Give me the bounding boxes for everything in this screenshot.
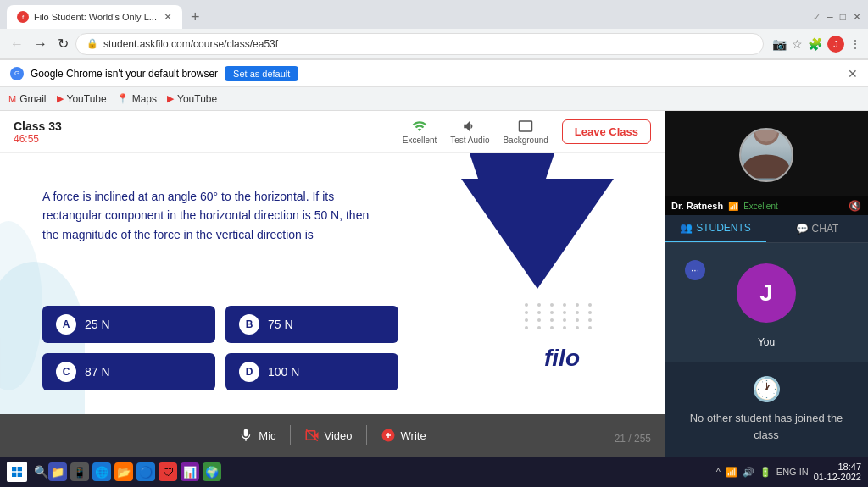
- option-c-button[interactable]: C 87 N: [42, 353, 215, 390]
- question-text: A force is inclined at an angle 60° to t…: [42, 187, 381, 244]
- address-bar[interactable]: 🔒 student.askfilo.com/course/class/ea53f: [75, 33, 764, 55]
- option-c-value: 87 N: [85, 365, 110, 379]
- taskbar-arrow-icon: ^: [716, 467, 721, 477]
- background-control[interactable]: Background: [503, 119, 548, 145]
- class-timer: 46:55: [14, 133, 403, 145]
- whiteboard: A force is inclined at an angle 60° to t…: [0, 153, 665, 414]
- taskbar-icons: 📁 📱 🌐 📂 🔵 🛡 📊 🌍: [48, 462, 221, 481]
- no-student-message: No other student has joined the class: [678, 410, 854, 443]
- maximize-button[interactable]: □: [840, 11, 846, 23]
- forward-button[interactable]: →: [31, 35, 51, 53]
- option-b-button[interactable]: B 75 N: [225, 306, 398, 343]
- mute-icon: 🔇: [849, 200, 861, 212]
- teacher-info-bar: Dr. Ratnesh 📶 Excellent 🔇: [665, 196, 868, 215]
- leave-class-button[interactable]: Leave Class: [562, 119, 651, 144]
- close-window-button[interactable]: ✕: [853, 11, 861, 23]
- option-d-button[interactable]: D 100 N: [225, 353, 398, 390]
- signal-excellent-text: Excellent: [743, 202, 778, 211]
- students-tab-icon: 👥: [680, 222, 693, 234]
- new-tab-button[interactable]: +: [186, 8, 205, 26]
- set-as-default-button[interactable]: Set as default: [225, 66, 298, 81]
- students-content: ··· J You 🕐 No other student has joined …: [665, 243, 868, 457]
- right-panel: Dr. Ratnesh 📶 Excellent 🔇 👥 STUDENTS 💬 C…: [665, 111, 868, 457]
- option-d-label: D: [239, 362, 259, 382]
- question-area: A force is inclined at an angle 60° to t…: [42, 187, 648, 244]
- screen-cast-icon[interactable]: 📷: [772, 36, 787, 53]
- chrome-logo: G: [10, 67, 24, 80]
- excellent-control: Excellent: [403, 119, 437, 145]
- gmail-icon: M: [8, 94, 16, 104]
- teacher-avatar: [739, 128, 793, 182]
- active-tab[interactable]: f Filo Student: World's Only L... ✕: [7, 5, 182, 29]
- nav-bar: ← → ↻ 🔒 student.askfilo.com/course/class…: [0, 29, 868, 59]
- close-notification-button[interactable]: ✕: [848, 67, 858, 80]
- minimize-button[interactable]: –: [827, 11, 833, 23]
- bookmark-youtube-2[interactable]: ▶ YouTube: [167, 93, 217, 105]
- audio-label: Test Audio: [450, 136, 489, 145]
- tab-bar: f Filo Student: World's Only L... ✕ + ✓ …: [0, 0, 868, 29]
- students-tab[interactable]: 👥 STUDENTS: [665, 215, 766, 242]
- mic-icon: [238, 428, 253, 443]
- write-icon: [381, 428, 396, 443]
- content-and-toolbar: A force is inclined at an angle 60° to t…: [0, 153, 665, 457]
- taskbar: 🔍 📁 📱 🌐 📂 🔵 🛡 📊 🌍 ^ 📶 🔊 🔋 ENG IN 18:47 0…: [0, 457, 868, 487]
- nav-icons: 📷 ☆ 🧩 J ⋮: [772, 36, 861, 53]
- mic-label: Mic: [259, 429, 275, 442]
- student-card-inner: ··· J: [678, 257, 854, 329]
- panel-tabs: 👥 STUDENTS 💬 CHAT: [665, 215, 868, 243]
- background-label: Background: [503, 136, 548, 145]
- write-label: Write: [401, 429, 426, 442]
- student-initial: J: [760, 279, 773, 307]
- extensions-icon[interactable]: 🧩: [808, 36, 822, 53]
- refresh-button[interactable]: ↻: [54, 34, 72, 53]
- maps-icon: 📍: [117, 93, 129, 104]
- tab-close-button[interactable]: ✕: [164, 11, 172, 23]
- taskbar-right: ^ 📶 🔊 🔋 ENG IN 18:47 01-12-2022: [716, 462, 861, 482]
- bookmark-youtube-1[interactable]: ▶ YouTube: [57, 93, 107, 105]
- bottom-toolbar: Mic Video Write: [0, 414, 665, 457]
- no-student-area: 🕐 No other student has joined the class: [665, 362, 868, 457]
- mic-button[interactable]: Mic: [225, 423, 289, 448]
- taskbar-icon-7[interactable]: 📊: [181, 462, 199, 481]
- taskbar-icon-1[interactable]: 📁: [48, 462, 67, 481]
- taskbar-icon-6[interactable]: 🛡: [159, 462, 177, 481]
- chat-tab-icon: 💬: [796, 223, 809, 235]
- taskbar-icon-8[interactable]: 🌍: [203, 462, 221, 481]
- taskbar-icon-4[interactable]: 📂: [114, 462, 133, 481]
- bookmark-icon[interactable]: ☆: [792, 36, 803, 53]
- bookmark-maps[interactable]: 📍 Maps: [117, 93, 157, 105]
- bookmark-youtube-1-label: YouTube: [67, 93, 107, 105]
- bookmark-maps-label: Maps: [132, 93, 157, 105]
- option-b-value: 75 N: [268, 318, 293, 331]
- start-button[interactable]: [7, 462, 27, 482]
- taskbar-datetime: 18:47 01-12-2022: [814, 462, 861, 482]
- audio-icon: [462, 119, 477, 134]
- url-text: student.askfilo.com/course/class/ea53f: [103, 38, 278, 50]
- write-button[interactable]: Write: [367, 423, 440, 448]
- bookmark-gmail[interactable]: M Gmail: [8, 93, 47, 105]
- option-a-button[interactable]: A 25 N: [42, 306, 215, 343]
- taskbar-icon-2[interactable]: 📱: [70, 462, 89, 481]
- audio-control[interactable]: Test Audio: [450, 119, 489, 145]
- youtube-icon-1: ▶: [57, 93, 64, 104]
- class-title: Class 33: [14, 119, 403, 133]
- chat-tab[interactable]: 💬 CHAT: [766, 215, 868, 242]
- back-button[interactable]: ←: [7, 35, 27, 53]
- search-button[interactable]: 🔍: [34, 465, 48, 479]
- video-button[interactable]: Video: [291, 423, 366, 448]
- teacher-name: Dr. Ratnesh: [671, 201, 723, 211]
- profile-icon[interactable]: J: [827, 36, 844, 53]
- taskbar-icon-3[interactable]: 🌐: [92, 462, 111, 481]
- students-tab-label: STUDENTS: [696, 222, 751, 234]
- class-container: Class 33 46:55 Excellent Test Audio Back…: [0, 111, 665, 457]
- options-area: A 25 N B 75 N C 87 N D 1: [42, 306, 398, 390]
- teacher-avatar-inner: [741, 130, 792, 180]
- window-controls: ✓ – □ ✕: [813, 11, 861, 23]
- bookmarks-bar: M Gmail ▶ YouTube 📍 Maps ▶ YouTube: [0, 87, 868, 111]
- menu-button[interactable]: ⋮: [849, 36, 861, 53]
- browser-chrome: f Filo Student: World's Only L... ✕ + ✓ …: [0, 0, 868, 60]
- taskbar-speaker-icon: 🔊: [743, 467, 754, 478]
- wifi-icon: [412, 119, 427, 134]
- taskbar-icon-5[interactable]: 🔵: [136, 462, 155, 481]
- header-controls: Excellent Test Audio Background Leave Cl…: [403, 119, 651, 145]
